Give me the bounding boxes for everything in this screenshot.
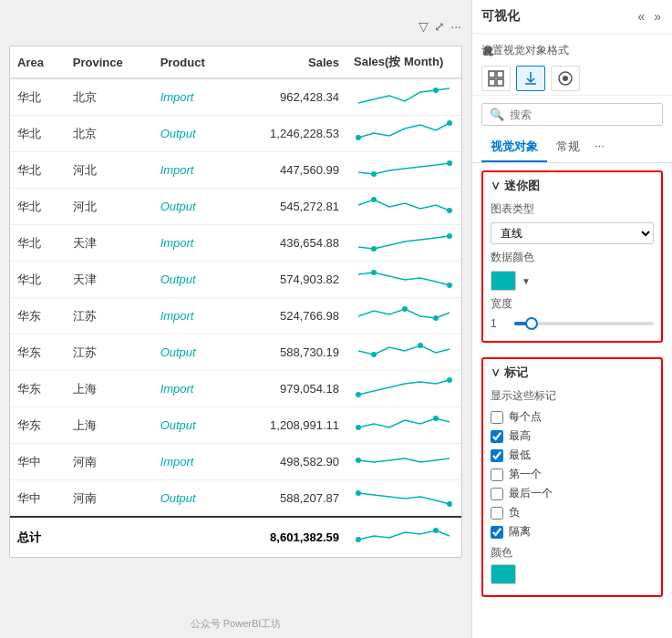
negative-label: 负 xyxy=(509,505,520,520)
negative-row: 负 xyxy=(491,505,654,520)
table-row: 华北 北京 Import 962,428.34 xyxy=(10,78,461,116)
last-checkbox[interactable] xyxy=(491,488,503,500)
negative-checkbox[interactable] xyxy=(491,507,503,520)
data-color-row: 数据颜色 xyxy=(491,250,654,265)
cell-province: 北京 xyxy=(66,116,153,152)
tab-visual-object[interactable]: 视觉对象 xyxy=(481,133,547,162)
cell-area: 华北 xyxy=(10,78,66,116)
highest-checkbox[interactable] xyxy=(491,430,503,443)
cell-province: 北京 xyxy=(66,78,153,116)
cell-area: 华东 xyxy=(10,298,66,334)
chart-type-row: 图表类型 xyxy=(491,201,654,217)
svg-point-20 xyxy=(356,490,361,496)
cell-area: 华北 xyxy=(10,152,66,189)
cell-product: Import xyxy=(153,444,233,480)
svg-rect-25 xyxy=(497,71,503,77)
color-dropdown-arrow[interactable]: ▼ xyxy=(522,276,531,286)
highest-row: 最高 xyxy=(491,428,654,444)
search-box[interactable]: 🔍 xyxy=(481,103,663,126)
cell-sparkline xyxy=(346,444,461,480)
cell-sales: 436,654.88 xyxy=(233,225,346,262)
lowest-checkbox[interactable] xyxy=(491,449,503,462)
lowest-row: 最低 xyxy=(491,448,654,463)
svg-point-10 xyxy=(447,283,452,288)
cell-sparkline xyxy=(346,334,461,371)
last-row: 最后一个 xyxy=(491,486,654,501)
table-row: 华东 上海 Output 1,208,991.11 xyxy=(10,407,461,444)
cell-sparkline xyxy=(346,371,461,407)
slider-value-label: 1 xyxy=(491,317,509,330)
highest-label: 最高 xyxy=(509,428,531,444)
cell-sparkline xyxy=(346,480,461,518)
cell-sales: 498,582.90 xyxy=(233,444,346,480)
sparkline-section-header[interactable]: ∨ 迷你图 xyxy=(491,178,654,194)
search-input[interactable] xyxy=(510,108,655,121)
col-sales: Sales xyxy=(233,46,346,78)
cell-sales: 962,428.34 xyxy=(233,78,346,116)
svg-point-30 xyxy=(563,76,568,81)
table-row: 华北 天津 Output 574,903.82 xyxy=(10,262,461,298)
right-panel: 可视化 « » 视觉对象 设置视觉对象格式 xyxy=(471,0,672,638)
cell-area: 华东 xyxy=(10,371,66,407)
panel-icons: « » xyxy=(636,7,663,26)
cell-product: Output xyxy=(153,262,233,298)
filter-icon[interactable]: ▽ xyxy=(419,19,429,34)
col-area: Area xyxy=(10,46,66,78)
cell-area: 华中 xyxy=(10,444,66,480)
cell-product: Output xyxy=(153,189,233,225)
collapse-left-icon[interactable]: « xyxy=(636,7,646,26)
svg-rect-26 xyxy=(489,79,495,86)
total-sales: 8,601,382.59 xyxy=(233,517,346,557)
cell-sales: 588,730.19 xyxy=(233,334,346,371)
cell-product: Import xyxy=(153,78,233,116)
width-slider-track[interactable] xyxy=(514,322,654,325)
last-label: 最后一个 xyxy=(509,486,553,501)
marker-title: ∨ 标记 xyxy=(491,365,528,381)
cell-product: Output xyxy=(153,407,233,444)
cell-area: 华东 xyxy=(10,334,66,371)
cell-province: 江苏 xyxy=(66,334,153,371)
watermark: 公众号 PowerBI工坊 xyxy=(191,617,282,631)
chart-type-select[interactable]: 直线 柱形 xyxy=(491,222,654,244)
slider-thumb[interactable] xyxy=(525,317,538,330)
cell-sales: 524,766.98 xyxy=(233,298,346,334)
each-point-label: 每个点 xyxy=(509,409,542,425)
cell-area: 华北 xyxy=(10,262,66,298)
cell-sparkline xyxy=(346,262,461,298)
marker-section-header[interactable]: ∨ 标记 xyxy=(491,365,654,381)
cell-sparkline xyxy=(346,78,461,116)
svg-point-18 xyxy=(356,425,361,430)
download-format-btn[interactable] xyxy=(516,66,545,91)
svg-point-11 xyxy=(402,306,408,312)
first-checkbox[interactable] xyxy=(491,468,503,481)
tab-general[interactable]: 常规 xyxy=(547,133,589,162)
hidden-checkbox[interactable] xyxy=(491,526,503,539)
marker-color-swatch[interactable] xyxy=(491,564,516,584)
cell-product: Import xyxy=(153,371,233,407)
grid-format-btn[interactable] xyxy=(481,66,511,91)
each-point-checkbox[interactable] xyxy=(491,411,503,424)
chart-format-btn[interactable] xyxy=(551,66,580,91)
cell-sales: 1,208,991.11 xyxy=(233,407,346,444)
tab-more[interactable]: ··· xyxy=(589,133,610,162)
svg-point-0 xyxy=(433,87,439,93)
svg-point-6 xyxy=(447,208,452,213)
cell-province: 河北 xyxy=(66,152,153,189)
expand-right-icon[interactable]: » xyxy=(652,7,663,26)
table-row: 华中 河南 Import 498,582.90 xyxy=(10,444,461,480)
table-container: ▽ ⤢ ··· Area Province Product Sales Sale… xyxy=(9,46,462,558)
cell-sparkline xyxy=(346,189,461,225)
svg-point-16 xyxy=(356,392,361,397)
table-row: 华东 江苏 Output 588,730.19 xyxy=(10,334,461,371)
data-color-swatch[interactable] xyxy=(491,271,516,291)
data-table: Area Province Product Sales Sales(按 Mont… xyxy=(10,46,461,557)
expand-icon[interactable]: ⤢ xyxy=(434,19,445,34)
cell-province: 天津 xyxy=(66,225,153,262)
cell-area: 华北 xyxy=(10,116,66,152)
svg-point-21 xyxy=(447,501,452,507)
width-slider-row: 1 xyxy=(491,317,654,330)
more-options-icon[interactable]: ··· xyxy=(450,19,461,34)
left-panel: ▽ ⤢ ··· Area Province Product Sales Sale… xyxy=(0,0,471,638)
lowest-label: 最低 xyxy=(509,448,531,463)
first-row: 第一个 xyxy=(491,467,654,482)
